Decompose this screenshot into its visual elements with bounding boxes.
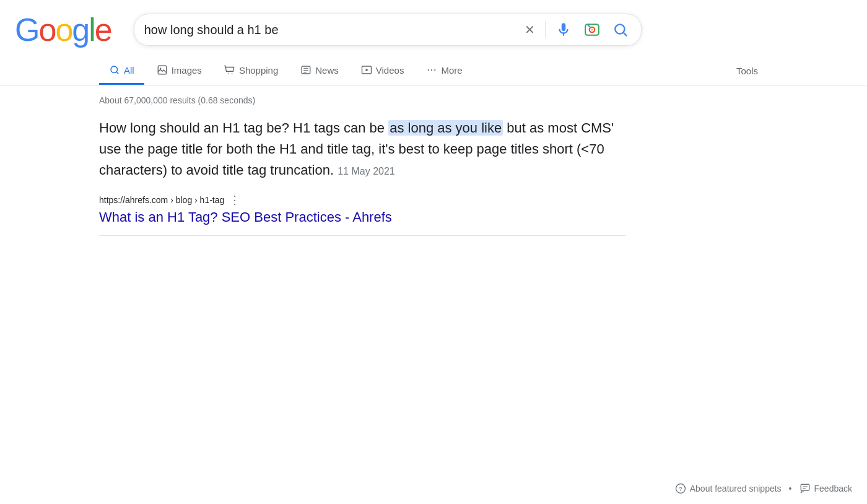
svg-point-19 [435,69,436,71]
svg-point-10 [232,73,233,74]
tab-shopping[interactable]: Shopping [214,57,288,85]
svg-point-18 [431,69,432,71]
search-tabs: All Images Shopping News [0,52,867,85]
tab-all-label: All [124,65,134,76]
svg-point-8 [160,67,161,69]
svg-line-6 [116,72,118,74]
svg-rect-22 [801,484,809,490]
search-button[interactable] [610,19,631,40]
mic-icon [555,22,572,38]
images-tab-icon [157,64,168,76]
search-icon [612,22,629,38]
about-snippets[interactable]: ? About featured snippets [675,483,782,494]
divider [545,21,546,38]
bottom-rule [99,235,625,236]
results-count: About 67,000,000 results (0.68 seconds) [99,95,768,105]
feedback-button[interactable]: Feedback [799,483,852,494]
about-snippets-label: About featured snippets [690,484,782,493]
tab-videos-label: Videos [376,65,404,76]
feedback-icon [799,483,811,494]
result-title-link[interactable]: What is an H1 Tag? SEO Best Practices - … [99,209,768,225]
mic-button[interactable] [553,19,574,40]
svg-rect-7 [158,66,167,74]
featured-snippet: How long should an H1 tag be? H1 tags ca… [99,118,625,181]
logo-letter-g: G [15,11,38,48]
logo-letter-l: l [89,11,95,48]
svg-marker-16 [365,69,368,72]
results-area: About 67,000,000 results (0.68 seconds) … [0,85,867,225]
svg-point-9 [228,73,229,74]
tab-more-label: More [441,65,462,76]
more-tab-icon [426,64,437,76]
svg-point-17 [428,69,429,71]
logo-letter-g2: g [72,11,89,48]
logo-letter-o1: o [38,11,55,48]
tools-label: Tools [736,66,758,76]
search-bar[interactable]: how long should a h1 be ✕ [134,14,642,46]
snippet-date: 11 May 2021 [338,166,395,176]
tab-news-label: News [315,65,339,76]
bottom-bar: ? About featured snippets • Feedback [660,473,867,504]
clear-icon: ✕ [525,22,535,37]
svg-text:?: ? [679,485,682,492]
news-tab-icon [300,64,312,76]
separator: • [789,484,792,493]
result-url-menu-icon[interactable]: ⋮ [229,193,240,207]
tab-all[interactable]: All [99,57,144,85]
videos-tab-icon [361,64,372,76]
lens-button[interactable] [582,19,603,40]
svg-line-4 [624,33,627,36]
logo-letter-o2: o [55,11,72,48]
tab-images[interactable]: Images [147,57,212,85]
tab-shopping-label: Shopping [239,65,278,76]
shopping-tab-icon [224,64,235,76]
logo-letter-e: e [95,11,111,48]
snippet-text-before: How long should an H1 tag be? H1 tags ca… [99,120,388,136]
snippet-highlight: as long as you like [388,120,503,136]
snippet-text: How long should an H1 tag be? H1 tags ca… [99,118,625,181]
tab-more[interactable]: More [416,57,472,85]
svg-point-2 [591,28,593,30]
tab-news[interactable]: News [290,57,349,85]
result-url-row: https://ahrefs.com › blog › h1-tag ⋮ [99,193,768,207]
question-icon: ? [675,483,686,494]
search-input[interactable]: how long should a h1 be [144,23,517,37]
result-url-text: https://ahrefs.com › blog › h1-tag [99,195,224,205]
tab-videos[interactable]: Videos [351,57,414,85]
google-logo[interactable]: G o o g l e [15,11,111,48]
tab-images-label: Images [172,65,202,76]
clear-button[interactable]: ✕ [522,20,538,40]
all-tab-icon [109,64,120,76]
lens-icon [584,22,600,38]
search-icons: ✕ [522,19,631,40]
feedback-label: Feedback [814,484,852,493]
header: G o o g l e how long should a h1 be ✕ [0,0,867,48]
tools-tab[interactable]: Tools [726,58,768,84]
